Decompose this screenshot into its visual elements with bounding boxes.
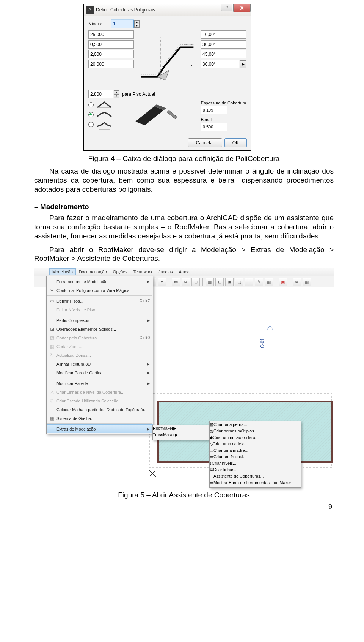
- tb-icon[interactable]: ▢: [235, 278, 243, 286]
- menu-item[interactable]: ▨Criar uma perna...: [210, 422, 301, 429]
- right-val-1[interactable]: 10,00°: [201, 30, 246, 39]
- left-val-2[interactable]: 0,500: [88, 40, 134, 49]
- menu-janelas[interactable]: Janelas: [155, 268, 176, 275]
- tb-icon[interactable]: ▥: [206, 278, 214, 286]
- tb-icon[interactable]: ▦: [303, 278, 311, 286]
- niveis-field[interactable]: 1: [111, 20, 134, 28]
- menu-documentacao[interactable]: Documentação: [76, 268, 110, 275]
- tb-icon[interactable]: ▾: [158, 278, 166, 286]
- menu-item-label: RoofMaker: [153, 426, 173, 431]
- menu-item[interactable]: ▭Criar um frechal...: [210, 454, 301, 461]
- menu-item[interactable]: Alinhar Textura 3D▶: [47, 360, 153, 368]
- tb-icon[interactable]: ⧉: [182, 278, 190, 286]
- menu-item[interactable]: Ferramentas de Modelação▶: [47, 277, 153, 286]
- tb-sep: [202, 278, 203, 286]
- menu-item[interactable]: TrussMaker▶: [153, 432, 210, 439]
- menu-item-icon: ▭: [210, 480, 213, 485]
- roof-shape-icon-1: [97, 101, 112, 109]
- beiral-field[interactable]: 0,500: [201, 123, 228, 131]
- menu-item[interactable]: Modificar Parede▶: [47, 379, 153, 388]
- menu-item[interactable]: ▨Criar pernas múltiplas...: [210, 429, 301, 435]
- menu-item-icon: ▧: [47, 344, 56, 349]
- roof-shape-radio-1[interactable]: [88, 102, 94, 107]
- tb-icon[interactable]: ▣: [279, 278, 287, 286]
- dialog-titlebar: A Definir Coberturas Poligonais ? X: [84, 4, 251, 16]
- menu-item[interactable]: ◆Criar um rincão ou laró...: [210, 435, 301, 442]
- menu-item[interactable]: ▭Definir Pisos...Ctrl+7: [47, 297, 153, 305]
- ok-button[interactable]: OK: [224, 138, 247, 147]
- menu-item[interactable]: ▦Sistema de Grelha...: [47, 414, 153, 423]
- menu-item-label: Criar uma madre...: [213, 448, 248, 453]
- menu-item-label: Criar uma perna...: [213, 422, 247, 427]
- menu-item[interactable]: ▭Mostrar Barra de Ferramentas RoofMaker: [210, 480, 301, 487]
- menu-item[interactable]: ✶Contornar Polígono com a Vara Mágica: [47, 286, 153, 295]
- menu-opcoes[interactable]: Opções: [110, 268, 130, 275]
- right-val-2[interactable]: 30,00°: [201, 40, 246, 49]
- menu-item-icon: ✶: [47, 288, 56, 293]
- menu-modelacao[interactable]: Modelação: [49, 268, 76, 275]
- tb-icon[interactable]: ✎: [255, 278, 263, 286]
- espessura-field[interactable]: 0,199: [201, 106, 228, 114]
- menu-item-icon: ⦾: [47, 398, 56, 404]
- menu-item-icon: ▭: [47, 298, 56, 304]
- menu-teamwork[interactable]: Teamwork: [130, 268, 155, 275]
- roof-shape-radio-2[interactable]: [88, 112, 94, 117]
- close-button[interactable]: X: [233, 4, 251, 12]
- menu-item[interactable]: RoofMaker▶: [153, 426, 210, 432]
- menu-item-label: Criar um frechal...: [213, 454, 246, 459]
- menu-item-label: Modificar Parede: [56, 381, 146, 386]
- archicad-menubar: Modelação Documentação Opções Teamwork J…: [34, 268, 334, 276]
- menu-item-label: Criar linhas...: [213, 467, 238, 472]
- tb-icon[interactable]: ▭: [172, 278, 180, 286]
- menu-item-icon: △: [47, 390, 56, 395]
- right-val-4[interactable]: 30,00°: [201, 60, 239, 68]
- app-icon: A: [86, 6, 94, 14]
- right-val-3[interactable]: 45,00°: [201, 50, 246, 58]
- tb-icon[interactable]: ⧉: [293, 278, 301, 286]
- cancel-button[interactable]: Cancelar: [188, 138, 222, 147]
- menu-separator: [47, 378, 152, 378]
- menu-item[interactable]: Perfis Complexos▶: [47, 316, 153, 325]
- menu-ajuda[interactable]: Ajuda: [176, 268, 193, 275]
- menu-item-label: Criar Linhas de Nível da Cobertura...: [56, 390, 150, 394]
- tb-sep: [276, 278, 276, 286]
- tb-icon[interactable]: ⊞: [191, 278, 200, 286]
- menu-item: ▧Cortar pela Cobertura...Ctrl+0: [47, 333, 153, 342]
- left-val-4[interactable]: 20,000: [88, 60, 134, 68]
- submenu-arrow-icon: ▶: [146, 382, 150, 385]
- menu-item-icon: ▭: [210, 448, 213, 453]
- tb-icon[interactable]: ▣: [225, 278, 234, 286]
- menu-item[interactable]: ◇Criar uma cadeia...: [210, 442, 301, 448]
- angle-button[interactable]: ▶: [240, 60, 246, 68]
- menu-item[interactable]: ◪Operações Elementos Sólidos...: [47, 325, 153, 333]
- svg-text:∘: ∘: [191, 64, 193, 68]
- menu-item[interactable]: ▭Criar uma madre...: [210, 448, 301, 454]
- menu-item[interactable]: ↕Criar níveis...: [210, 461, 301, 467]
- level-stepper[interactable]: ▲▼: [114, 90, 119, 98]
- menu-item[interactable]: Modificar Parede Cortina▶: [47, 368, 153, 377]
- menu-item[interactable]: ⬚Assistente de Coberturas...: [210, 474, 301, 480]
- menu-separator: [47, 295, 152, 296]
- tb-icon[interactable]: ⊡: [215, 278, 224, 286]
- paragraph-1: Na caixa de diálogo mostrada acima é pos…: [34, 167, 334, 194]
- menu-item-icon: ≋: [210, 467, 213, 472]
- tb-icon[interactable]: ▦: [265, 278, 273, 286]
- menu-separator: [47, 423, 152, 424]
- niveis-stepper[interactable]: ▲▼: [134, 20, 140, 28]
- left-val-3[interactable]: 2,000: [88, 50, 134, 58]
- level-value-field[interactable]: 2,800: [88, 90, 113, 98]
- roof-shape-radio-3[interactable]: [88, 122, 94, 127]
- menu-item[interactable]: Colocar Malha a partir dos Dados do Topó…: [47, 405, 153, 414]
- marker-label: C-01: [260, 338, 265, 348]
- menu-item-label: Contornar Polígono com a Vara Mágica: [56, 288, 150, 293]
- submenu-arrow-icon: ▶: [146, 362, 150, 366]
- left-val-1[interactable]: 25,000: [88, 30, 134, 39]
- submenu-arrow-icon: ▶: [146, 280, 150, 284]
- menu-item[interactable]: Extras de Modelação▶: [47, 424, 153, 433]
- tb-icon[interactable]: ⌐: [245, 278, 253, 286]
- help-button[interactable]: ?: [221, 4, 232, 11]
- menu-item: ▧Cortar Zona...: [47, 342, 153, 351]
- menu-item[interactable]: ≋Criar linhas...: [210, 467, 301, 474]
- submenu-arrow-icon: ▶: [175, 432, 178, 437]
- right-value-column: 10,00° 30,00° 45,00° 30,00° ▶: [201, 30, 246, 88]
